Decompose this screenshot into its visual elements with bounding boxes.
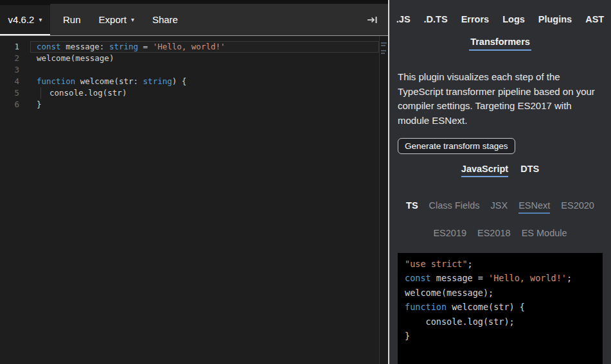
code-token: 'Hello, world!' [488,273,567,283]
output-code-line: } [405,329,596,343]
collapse-sidebar-button[interactable] [364,13,380,27]
line-number: 5 [0,87,19,99]
output-tab-javascript[interactable]: JavaScript [461,164,508,177]
editor-pane: v4.6.2 ▾ Run Export ▾ Share [0,0,388,364]
toolbar: Run Export ▾ Share [50,4,388,35]
output-code-line: welcome(message); [405,286,596,300]
editor-line[interactable]: 3 [0,64,388,76]
code-token: ; [468,259,473,269]
top-toolbar: v4.6.2 ▾ Run Export ▾ Share [0,0,388,36]
editor-line[interactable]: 5console.log(str) [0,87,388,99]
code-token: welcome(message); [405,288,493,298]
stage-tab-es2019[interactable]: ES2019 [433,228,466,241]
indent-guide [40,87,49,99]
playground-app: v4.6.2 ▾ Run Export ▾ Share [0,0,611,364]
export-menu-button[interactable]: Export ▾ [90,4,143,35]
output-code-line: console.log(str); [405,315,596,329]
minimap-mark [381,42,387,44]
code-token: const [405,273,431,283]
code-token: message = [431,273,488,283]
minimap-mark [381,53,385,54]
line-number: 6 [0,99,19,110]
line-content: const message: string = 'Hello, world!' [19,41,226,53]
stage-tab-es2018[interactable]: ES2018 [477,228,511,241]
line-number: 3 [0,64,19,76]
output-code-line: function welcome(str) { [405,300,596,314]
code-token: welcome(str: [75,76,143,86]
code-token: ; [567,273,572,283]
stage-tab-jsx[interactable]: JSX [491,200,508,214]
sidebar-tab-js[interactable]: .JS [396,14,411,24]
arrow-to-bar-icon [367,15,378,24]
code-token: string [109,42,138,51]
line-number: 2 [0,53,19,64]
code-token: function [405,302,447,312]
sidebar-tab-bar: .JS.D.TSErrorsLogsPluginsAST [389,14,611,24]
line-number: 1 [0,41,19,53]
share-button[interactable]: Share [143,4,187,35]
editor-line[interactable]: 4function welcome(str: string) { [0,76,388,87]
chevron-down-icon: ▾ [131,16,134,23]
editor-lines: 1const message: string = 'Hello, world!'… [0,41,388,110]
plugin-description: This plugin visualizes each step of the … [398,70,603,128]
line-content: welcome(message) [19,53,114,64]
line-content [19,64,37,76]
run-button[interactable]: Run [54,4,90,35]
line-content: } [19,99,42,110]
transform-stage-tabs: TSClass FieldsJSXESNextES2020ES2019ES201… [394,200,606,241]
version-selector[interactable]: v4.6.2 ▾ [0,5,50,35]
code-token: ) { [172,76,187,86]
output-code-line: "use strict"; [405,257,596,271]
run-label: Run [63,14,81,25]
stage-tab-esnext[interactable]: ESNext [518,200,550,214]
code-token: "use strict" [405,259,468,269]
code-editor[interactable]: 1const message: string = 'Hello, world!'… [0,36,388,364]
stage-tab-class-fields[interactable]: Class Fields [429,200,480,214]
code-token: } [37,100,42,109]
stage-tab-es2020[interactable]: ES2020 [561,200,594,214]
export-label: Export [99,14,127,25]
minimap[interactable] [379,36,388,364]
output-code-line: const message = 'Hello, world!'; [405,271,596,285]
sidebar-panel: .JS.D.TSErrorsLogsPluginsAST Transformer… [389,0,611,364]
code-token: console.log(str) [49,88,127,98]
chevron-down-icon: ▾ [39,16,42,23]
share-label: Share [152,14,178,25]
code-token: message: [61,42,109,51]
plugin-tab-row: Transformers [389,37,611,51]
code-token: 'Hello, world!' [153,42,226,51]
line-number: 4 [0,76,19,87]
stage-tab-ts[interactable]: TS [406,200,418,214]
code-token: } [405,331,410,341]
generate-transform-stages-button[interactable]: Generate transform stages [398,138,515,154]
tab-transformers[interactable]: Transformers [469,37,531,51]
code-token: const [37,42,61,51]
code-token: console.log(str); [405,316,515,327]
minimap-mark [381,45,385,46]
code-token: string [143,76,172,86]
editor-line[interactable]: 6} [0,99,388,110]
code-token: welcome(message) [37,53,114,63]
version-label: v4.6.2 [8,14,35,25]
sidebar-tab-logs[interactable]: Logs [502,14,525,24]
sidebar-tab-ast[interactable]: AST [585,14,604,24]
output-type-tabs: JavaScriptDTS [389,164,611,177]
code-token: welcome(str) { [447,302,525,312]
sidebar-tab-dts[interactable]: .D.TS [424,14,448,24]
sidebar-tab-plugins[interactable]: Plugins [538,14,572,24]
editor-line[interactable]: 2welcome(message) [0,53,388,64]
sidebar-tab-errors[interactable]: Errors [461,14,490,24]
code-token: function [37,76,75,86]
code-token: = [138,42,153,51]
stage-tab-es-module[interactable]: ES Module [522,228,567,241]
line-content: console.log(str) [19,87,127,99]
editor-line[interactable]: 1const message: string = 'Hello, world!' [0,41,388,53]
output-tab-dts[interactable]: DTS [520,164,539,177]
transform-output-code: "use strict";const message = 'Hello, wor… [398,253,603,364]
line-content: function welcome(str: string) { [19,76,186,87]
minimap-mark [381,50,386,51]
